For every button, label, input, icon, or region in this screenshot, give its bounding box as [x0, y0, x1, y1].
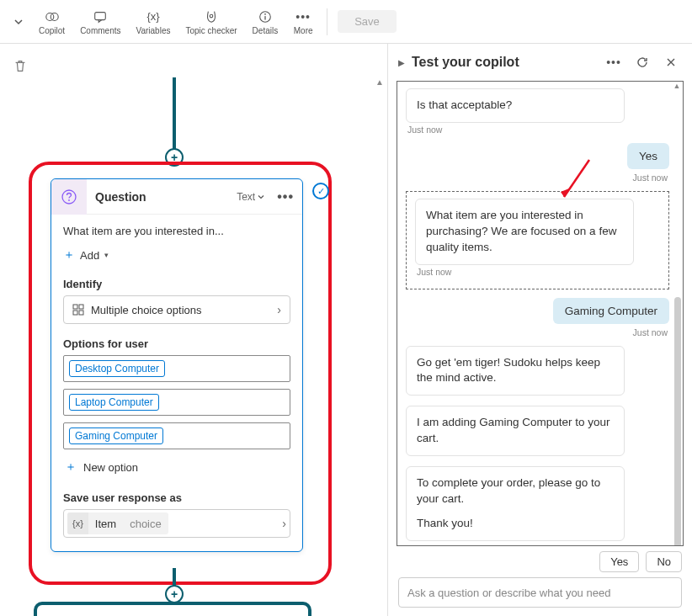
identify-label: Identify: [63, 278, 290, 290]
svg-rect-11: [73, 311, 77, 315]
bot-message: To complete your order, please go to you…: [406, 466, 625, 541]
node-type-dropdown[interactable]: Text: [237, 191, 269, 203]
plus-icon: ＋: [63, 247, 75, 263]
option-1-input[interactable]: Desktop Computer: [63, 355, 290, 382]
bot-message: Is that acceptable?: [406, 88, 625, 123]
bot-message-line: To complete your order, please go to you…: [417, 475, 614, 507]
variable-chip: {x} Item choice: [67, 512, 168, 534]
toolbar-more[interactable]: ••• More: [286, 7, 320, 37]
option-chip: Laptop Computer: [69, 394, 159, 411]
canvas-scrollbar[interactable]: ▲: [374, 77, 386, 616]
plus-icon: ＋: [65, 459, 77, 475]
chevron-right-icon: ›: [277, 303, 281, 316]
svg-rect-9: [73, 305, 77, 309]
message-timestamp: Just now: [407, 125, 669, 135]
svg-rect-12: [79, 311, 83, 315]
node-valid-icon: ✓: [312, 183, 329, 199]
collapse-caret-icon[interactable]: ▶: [398, 58, 405, 67]
toolbar-variables-label: Variables: [136, 26, 171, 35]
toolbar-copilot-label: Copilot: [39, 26, 65, 35]
more-icon: •••: [295, 8, 311, 25]
node-more-menu[interactable]: •••: [269, 189, 302, 204]
copilot-icon: [44, 8, 61, 25]
quick-reply-yes[interactable]: Yes: [599, 551, 639, 572]
quick-reply-row: Yes No: [388, 551, 692, 577]
refresh-button[interactable]: [631, 51, 653, 73]
svg-rect-10: [79, 305, 83, 309]
var-type: choice: [123, 518, 168, 530]
node-type-label: Text: [237, 191, 255, 203]
add-node-top[interactable]: +: [165, 148, 184, 167]
toolbar-divider: [327, 8, 327, 35]
traced-message-box[interactable]: What item are you interested in purchasi…: [406, 191, 669, 289]
checker-icon: [203, 8, 220, 25]
variables-icon: {x}: [145, 8, 162, 25]
question-node[interactable]: ✓ Question Text ••• What item are you in…: [51, 178, 303, 552]
option-chip: Gaming Computer: [69, 427, 163, 444]
grid-icon: [72, 304, 84, 316]
var-brace-icon: {x}: [67, 512, 88, 534]
variable-selector[interactable]: {x} Item choice ›: [63, 509, 290, 538]
toolbar-variables[interactable]: {x} Variables: [130, 7, 178, 37]
toolbar-copilot[interactable]: Copilot: [32, 7, 72, 37]
new-option-button[interactable]: ＋ New option: [63, 456, 290, 478]
test-panel-header: ▶ Test your copilot •••: [388, 44, 692, 81]
comment-icon: [92, 8, 109, 25]
user-message: Gaming Computer: [553, 298, 669, 324]
chat-input-row: [388, 577, 692, 616]
chat-scroll-up-icon[interactable]: ▲: [671, 82, 683, 93]
svg-point-0: [45, 13, 53, 20]
user-message: Yes: [627, 143, 669, 169]
scroll-up-icon[interactable]: ▲: [374, 77, 386, 89]
toolbar-topic-checker[interactable]: Topic checker: [178, 7, 243, 37]
close-button[interactable]: [660, 51, 682, 73]
flow-connector: [173, 77, 176, 153]
quick-reply-no[interactable]: No: [646, 551, 682, 572]
add-node-bottom[interactable]: +: [165, 585, 184, 603]
svg-rect-2: [95, 12, 106, 19]
option-2-input[interactable]: Laptop Computer: [63, 389, 290, 416]
svg-point-8: [68, 199, 70, 201]
var-name: Item: [88, 518, 123, 530]
toolbar-chevron[interactable]: [7, 5, 30, 39]
node-title: Question: [87, 190, 237, 204]
test-panel-title: Test your copilot: [412, 55, 596, 70]
chat-scrollbar-thumb[interactable]: [674, 297, 681, 546]
add-label: Add: [80, 249, 99, 262]
message-timestamp: Just now: [417, 267, 660, 277]
bot-message: What item are you interested in purchasi…: [415, 199, 634, 265]
chat-input[interactable]: [398, 577, 682, 608]
message-timestamp: Just now: [406, 173, 668, 183]
message-timestamp: Just now: [406, 327, 668, 337]
toolbar-details[interactable]: Details: [246, 7, 285, 37]
node-header: Question Text •••: [51, 179, 302, 215]
bot-message: I am adding Gaming Computer to your cart…: [406, 406, 625, 456]
svg-point-1: [51, 13, 58, 20]
bot-message-line: Thank you!: [417, 516, 614, 532]
chevron-down-icon: ▾: [104, 251, 109, 259]
toolbar-more-label: More: [294, 26, 313, 35]
toolbar-comments[interactable]: Comments: [73, 7, 127, 37]
svg-point-5: [264, 13, 266, 14]
save-button[interactable]: Save: [338, 10, 397, 33]
authoring-canvas[interactable]: ▲ + ✓ Question Text ••• What item are yo…: [0, 44, 387, 616]
toolbar-checker-label: Topic checker: [185, 26, 237, 35]
identify-selector[interactable]: Multiple choice options ›: [63, 295, 290, 324]
bot-message: Go get 'em tiger! Sudoku helps keep the …: [406, 346, 625, 396]
question-text[interactable]: What item are you interested in...: [63, 225, 290, 237]
chevron-down-icon: [257, 193, 265, 201]
test-more-button[interactable]: •••: [603, 51, 625, 73]
option-3-input[interactable]: Gaming Computer: [63, 422, 290, 449]
svg-point-3: [210, 14, 213, 18]
top-toolbar: Copilot Comments {x} Variables Topic che…: [0, 0, 692, 44]
options-label: Options for user: [63, 337, 290, 350]
delete-button[interactable]: [10, 56, 30, 76]
new-option-label: New option: [83, 461, 138, 474]
chevron-right-icon: ›: [282, 517, 286, 530]
node-body: What item are you interested in... ＋ Add…: [51, 215, 302, 551]
svg-marker-14: [561, 189, 569, 197]
toolbar-comments-label: Comments: [80, 26, 120, 35]
test-panel: ▶ Test your copilot ••• ▲ Is that accept…: [387, 44, 692, 616]
add-variation-button[interactable]: ＋ Add ▾: [63, 246, 109, 264]
toolbar-details-label: Details: [253, 26, 279, 35]
